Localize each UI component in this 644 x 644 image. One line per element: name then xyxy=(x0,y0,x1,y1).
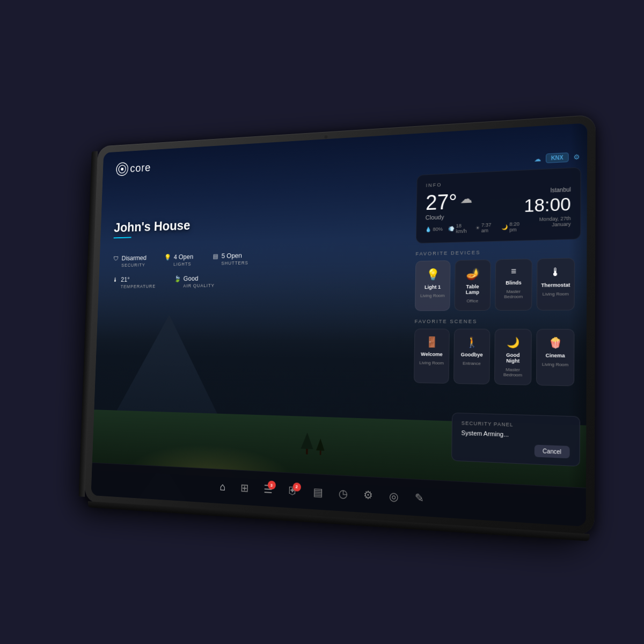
security-label: SECURITY xyxy=(121,262,147,268)
temperature-display: 27° xyxy=(426,191,457,213)
sunrise-value: ☀ 7:37 am xyxy=(475,222,496,233)
nav-edit[interactable]: ✎ xyxy=(414,491,424,505)
temperature-label: TEMPERATURE xyxy=(121,284,156,289)
nav-scenes[interactable]: ▤ xyxy=(313,485,323,499)
tree-2 xyxy=(316,438,325,455)
favorite-devices-label: FAVORITE DEVICES xyxy=(415,247,581,257)
air-quality-status[interactable]: 🍃 Good AIR QUALITY xyxy=(174,274,215,289)
lights-value: 4 Open xyxy=(173,253,193,261)
weather-right: Istanbul 18:00 Monday, 27th January xyxy=(524,186,571,228)
weather-cloud-icon: ☁ xyxy=(460,192,473,207)
security-status[interactable]: 🛡 Disarmed SECURITY xyxy=(113,254,147,268)
tree-1 xyxy=(301,433,313,455)
lights-status[interactable]: 💡 4 Open LIGHTS xyxy=(164,253,194,267)
goodnight-room: Master Bedroom xyxy=(500,367,526,378)
favorite-scenes-label: FAVORITE SCENES xyxy=(415,318,581,324)
scene-card-welcome[interactable]: 🚪 Welcome Living Room xyxy=(414,328,450,384)
cancel-button[interactable]: Cancel xyxy=(535,445,570,459)
welcome-name: Welcome xyxy=(421,352,442,357)
air-quality-value: Good xyxy=(184,274,199,282)
cinema-room: Living Room xyxy=(542,362,568,367)
weather-meta: 💧 80% 💨 18 km/h ☀ 7:37 am 🌙 8:20 pm xyxy=(425,221,524,235)
devices-badge: 3 xyxy=(267,480,275,489)
blinds-name: Blinds xyxy=(506,280,522,286)
blinds-room: Master Bedroom xyxy=(500,289,527,299)
security-arming-text: System Arming... xyxy=(461,429,569,440)
device-card-table-lamp[interactable]: 🪔 Table Lamp Office xyxy=(455,260,491,311)
svg-point-2 xyxy=(121,167,123,171)
sunset-value: 🌙 8:20 pm xyxy=(501,221,524,233)
lights-icon: 💡 xyxy=(164,253,171,260)
welcome-icon: 🚪 xyxy=(426,336,438,348)
tablet-device: core John's House 🛡 Disarmed SECURITY xyxy=(85,114,596,535)
house-name-section: John's House xyxy=(114,217,191,238)
goodbye-icon: 🚶 xyxy=(466,336,478,348)
shutters-status[interactable]: ▤ 5 Open SHUTTERS xyxy=(212,251,249,266)
goodbye-name: Goodbye xyxy=(461,352,483,357)
cinema-icon: 🍿 xyxy=(548,336,562,349)
weather-card: INFO 27° ☁ Cloudy 💧 80% 💨 18 km/h ☀ xyxy=(416,167,581,243)
thermostat-room: Living Room xyxy=(543,291,569,297)
cloud-icon: ☁ xyxy=(534,155,541,163)
scene-card-cinema[interactable]: 🍿 Cinema Living Room xyxy=(536,329,575,386)
home-icon: ⌂ xyxy=(219,480,226,493)
nav-rooms[interactable]: ⊞ xyxy=(240,481,248,495)
settings-icon-small[interactable]: ⚙ xyxy=(573,153,580,161)
air-quality-icon: 🍃 xyxy=(174,275,180,282)
camera-dot xyxy=(325,135,328,138)
scenes-icon: ▤ xyxy=(313,485,323,499)
shutters-value: 5 Open xyxy=(222,252,242,260)
targets-icon: ◎ xyxy=(389,489,398,503)
thermostat-name: Thermostat xyxy=(541,282,570,288)
weather-condition: Cloudy xyxy=(426,211,524,221)
device-card-blinds[interactable]: ≡ Blinds Master Bedroom xyxy=(495,259,532,311)
current-time: 18:00 xyxy=(524,195,571,215)
nav-targets[interactable]: ◎ xyxy=(389,489,398,503)
nav-security[interactable]: ⛨ 2 xyxy=(287,484,297,497)
clock-icon: ◷ xyxy=(338,487,347,501)
nav-settings[interactable]: ⚙ xyxy=(363,488,372,502)
temperature-value: 21° xyxy=(121,276,130,283)
temp-row: 27° ☁ xyxy=(426,188,524,213)
weather-info-label: INFO xyxy=(426,176,570,188)
knx-badge: KNX xyxy=(546,152,569,163)
logo-text: core xyxy=(130,161,151,175)
current-date: Monday, 27th January xyxy=(524,216,571,229)
nav-home[interactable]: ⌂ xyxy=(219,480,226,493)
security-panel-label: SECURITY PANEL xyxy=(462,420,570,429)
devices-row: 💡 Light 1 Living Room 🪔 Table Lamp Offic… xyxy=(415,258,581,311)
shutters-label: SHUTTERS xyxy=(221,260,248,266)
air-quality-label: AIR QUALITY xyxy=(183,283,215,288)
favorite-scenes-section: FAVORITE SCENES 🚪 Welcome Living Room 🚶 … xyxy=(414,318,581,386)
weather-main: 27° ☁ Cloudy 💧 80% 💨 18 km/h ☀ 7:37 am 🌙… xyxy=(425,186,571,235)
right-panel: ☁ KNX ⚙ INFO 27° ☁ xyxy=(414,152,581,386)
goodbye-room: Entrance xyxy=(463,361,481,366)
temperature-icon: 🌡 xyxy=(112,276,119,283)
humidity-value: 💧 80% xyxy=(425,224,443,235)
nav-devices[interactable]: ☰ 3 xyxy=(264,482,273,496)
nav-clock[interactable]: ◷ xyxy=(338,487,347,501)
wind-value: 💨 18 km/h xyxy=(448,223,470,235)
welcome-room: Living Room xyxy=(419,360,444,365)
device-card-light1[interactable]: 💡 Light 1 Living Room xyxy=(415,260,451,311)
weather-left: 27° ☁ Cloudy 💧 80% 💨 18 km/h ☀ 7:37 am 🌙… xyxy=(425,188,524,235)
device-card-thermostat[interactable]: 🌡 Thermostat Living Room xyxy=(537,258,575,310)
security-nav-icon: ⛨ xyxy=(287,484,297,497)
table-lamp-name: Table Lamp xyxy=(459,284,485,295)
shutters-icon: ▤ xyxy=(212,252,219,260)
bottom-navigation: ⌂ ⊞ ☰ 3 ⛨ 2 ▤ ◷ xyxy=(91,463,586,527)
edge-depth-overlay xyxy=(568,123,588,526)
security-notification: SECURITY PANEL System Arming... Cancel xyxy=(451,413,580,467)
settings-icon: ⚙ xyxy=(363,488,372,502)
table-lamp-room: Office xyxy=(466,298,478,304)
rooms-icon: ⊞ xyxy=(240,481,248,495)
temperature-status[interactable]: 🌡 21° TEMPERATURE xyxy=(112,275,156,289)
logo: core xyxy=(116,160,151,176)
scene-card-goodbye[interactable]: 🚶 Goodbye Entrance xyxy=(453,329,490,385)
status-row-2: 🌡 21° TEMPERATURE 🍃 Good AIR QUALITY xyxy=(112,274,248,289)
blinds-icon: ≡ xyxy=(511,266,516,276)
scenes-row: 🚪 Welcome Living Room 🚶 Goodbye Entrance… xyxy=(414,328,581,386)
security-badge: 2 xyxy=(292,482,301,491)
thermostat-icon: 🌡 xyxy=(550,266,561,279)
scene-card-goodnight[interactable]: 🌙 Good Night Master Bedroom xyxy=(494,329,532,385)
